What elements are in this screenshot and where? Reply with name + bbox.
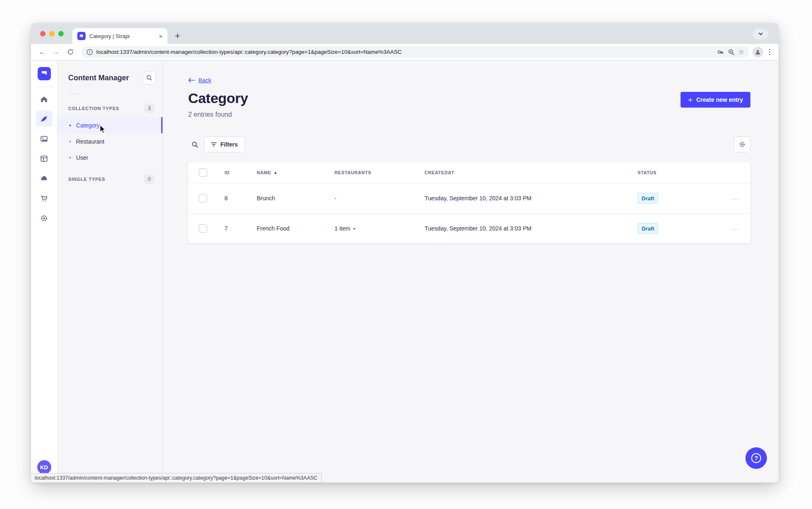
chevron-down-icon: ▾: [353, 226, 355, 231]
create-new-entry-button[interactable]: + Create new entry: [681, 92, 750, 108]
sidebar-item-label: Category: [76, 122, 100, 129]
status-badge: Draft: [638, 193, 658, 204]
bullet-icon: •: [69, 154, 71, 161]
bullet-icon: •: [69, 122, 71, 129]
tab-close-icon[interactable]: ×: [158, 33, 163, 40]
entries-table: ID NAME▲ RESTAURANTS CREATEDAT STATUS 8 …: [188, 162, 750, 243]
page-info-icon[interactable]: [86, 49, 93, 55]
entries-count: 2 entries found: [188, 111, 750, 118]
back-link[interactable]: Back: [188, 77, 211, 84]
content-manager-icon[interactable]: [36, 110, 53, 127]
bullet-icon: •: [69, 138, 71, 145]
content-type-builder-icon[interactable]: [36, 150, 53, 167]
browser-toolbar: ← → localhost:1337/admin/content-manager…: [31, 44, 779, 60]
main-nav-rail: KD: [31, 60, 57, 483]
subnav-search-button[interactable]: [143, 71, 156, 84]
gear-icon: [738, 141, 746, 148]
collection-types-label: COLLECTION TYPES: [68, 106, 119, 111]
browser-profile-icon[interactable]: [752, 47, 763, 58]
reload-icon[interactable]: [65, 47, 76, 58]
browser-tab-strip: Category | Strapi × +: [31, 23, 779, 44]
row-checkbox[interactable]: [199, 224, 207, 233]
password-key-icon[interactable]: [716, 48, 724, 56]
help-button[interactable]: ?: [745, 447, 767, 469]
sidebar-item-category[interactable]: • Category: [57, 117, 162, 133]
filter-icon: [211, 142, 217, 147]
cell-id: 8: [218, 195, 250, 202]
strapi-favicon: [77, 32, 86, 40]
table-row[interactable]: 8 Brunch - Tuesday, September 10, 2024 a…: [188, 183, 750, 213]
action-bar: Filters: [188, 137, 750, 152]
table-search-icon[interactable]: [188, 138, 201, 151]
column-header-name[interactable]: NAME▲: [250, 170, 328, 175]
page-title: Category: [188, 90, 248, 106]
cell-createdat: Tuesday, September 10, 2024 at 3:03 PM: [418, 195, 631, 202]
back-icon[interactable]: ←: [37, 47, 48, 58]
plus-icon: +: [688, 96, 693, 104]
home-icon[interactable]: [36, 91, 53, 107]
sidebar-item-restaurant[interactable]: • Restaurant: [57, 133, 162, 149]
single-types-count-badge: 0: [144, 175, 154, 184]
filters-button[interactable]: Filters: [204, 137, 245, 152]
window-controls: [40, 31, 64, 36]
column-header-id[interactable]: ID: [218, 170, 250, 175]
settings-gear-icon[interactable]: [36, 210, 53, 226]
new-tab-button[interactable]: +: [175, 29, 180, 43]
forward-icon[interactable]: →: [51, 47, 62, 58]
cloud-icon[interactable]: [36, 170, 53, 187]
sidebar-item-user[interactable]: • User: [57, 149, 162, 166]
zoom-icon[interactable]: [728, 48, 735, 56]
status-badge: Draft: [638, 223, 658, 234]
divider: [68, 94, 79, 94]
browser-window: Category | Strapi × + ← → localhost:1337…: [31, 23, 779, 483]
column-header-status[interactable]: STATUS: [631, 170, 713, 175]
sidebar-item-label: Restaurant: [76, 138, 104, 145]
maximize-window-button[interactable]: [58, 31, 64, 36]
url-text[interactable]: localhost:1337/admin/content-manager/col…: [96, 49, 713, 55]
strapi-admin-app: KD Content Manager COLLECTION TYPES 3 • …: [31, 60, 779, 483]
cell-id: 7: [218, 225, 250, 232]
column-header-createdat[interactable]: CREATEDAT: [418, 170, 631, 175]
relation-count-toggle[interactable]: 1 item ▾: [334, 225, 355, 232]
cell-name: French Food: [250, 225, 328, 232]
user-avatar[interactable]: KD: [37, 460, 51, 474]
cell-createdat: Tuesday, September 10, 2024 at 3:03 PM: [418, 225, 631, 232]
sort-asc-icon: ▲: [274, 170, 278, 175]
bookmark-star-icon[interactable]: ☆: [738, 48, 744, 56]
question-icon: ?: [751, 453, 761, 463]
strapi-logo[interactable]: [38, 67, 51, 80]
sidebar-item-label: User: [76, 154, 88, 161]
minimize-window-button[interactable]: [49, 31, 55, 36]
media-library-icon[interactable]: [36, 130, 53, 147]
column-header-restaurants[interactable]: RESTAURANTS: [328, 170, 418, 175]
view-settings-button[interactable]: [734, 137, 750, 152]
cell-restaurants: -: [328, 195, 418, 202]
back-arrow-icon: [188, 78, 195, 83]
address-bar[interactable]: localhost:1337/admin/content-manager/col…: [81, 46, 749, 58]
browser-menu-kebab-icon[interactable]: [767, 49, 773, 55]
nav-divider: [36, 86, 53, 86]
select-all-checkbox[interactable]: [199, 168, 207, 177]
row-actions-menu-icon[interactable]: ···: [713, 195, 750, 202]
table-header-row: ID NAME▲ RESTAURANTS CREATEDAT STATUS: [188, 162, 750, 183]
close-window-button[interactable]: [40, 31, 45, 36]
content-manager-subnav: Content Manager COLLECTION TYPES 3 • Cat…: [57, 60, 163, 483]
marketplace-cart-icon[interactable]: [36, 190, 53, 206]
status-bar-url: localhost:1337/admin/content-manager/col…: [31, 473, 322, 483]
tab-search-chevron-icon[interactable]: [753, 29, 769, 39]
single-types-label: SINGLE TYPES: [68, 177, 105, 182]
tab-title: Category | Strapi: [89, 33, 154, 39]
table-row[interactable]: 7 French Food 1 item ▾ Tuesday, Septembe…: [188, 213, 750, 243]
collection-types-count-badge: 3: [144, 104, 154, 113]
row-actions-menu-icon[interactable]: ···: [713, 225, 750, 232]
browser-tab[interactable]: Category | Strapi ×: [72, 28, 167, 44]
main-content: Back Category + Create new entry 2 entri…: [163, 60, 779, 483]
cell-name: Brunch: [250, 195, 328, 202]
row-checkbox[interactable]: [199, 194, 207, 202]
subnav-title: Content Manager: [68, 74, 129, 82]
